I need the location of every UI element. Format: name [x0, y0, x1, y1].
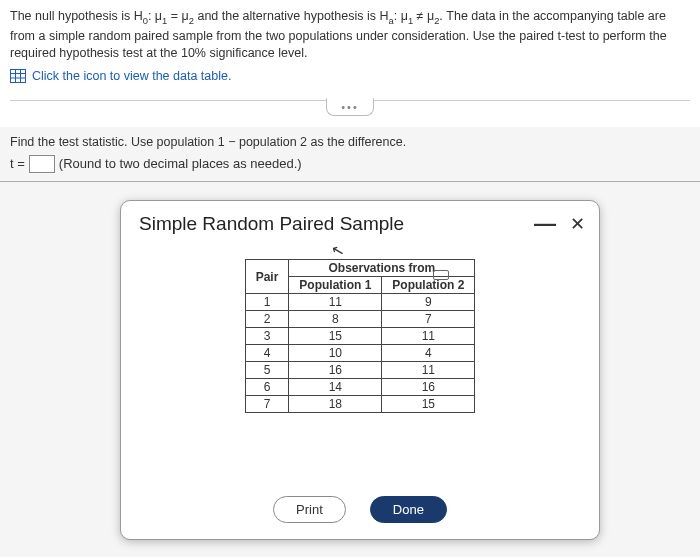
cell: 7	[245, 396, 289, 413]
collapse-toggle[interactable]: •••	[326, 98, 374, 116]
table-row: 287	[245, 311, 475, 328]
answer-prefix: t =	[10, 156, 25, 171]
cell: 18	[289, 396, 382, 413]
cell: 8	[289, 311, 382, 328]
cell: 10	[289, 345, 382, 362]
text: and the alternative hypothesis is H	[194, 9, 389, 23]
cell: 4	[245, 345, 289, 362]
modal-footer: Print Done	[121, 496, 599, 523]
table-body: 1119 287 31511 4104 51611 61416 71815	[245, 294, 475, 413]
col-pair: Pair	[245, 260, 289, 294]
answer-row: t = (Round to two decimal places as need…	[0, 153, 700, 182]
table-icon	[10, 69, 26, 83]
cell: 16	[289, 362, 382, 379]
cell: 15	[382, 396, 475, 413]
col-pop2: Population 2	[382, 277, 475, 294]
cell: 11	[382, 328, 475, 345]
cell: 16	[382, 379, 475, 396]
text: = μ	[167, 9, 188, 23]
text: The null hypothesis is H	[10, 9, 143, 23]
cell: 11	[289, 294, 382, 311]
table-row: 61416	[245, 379, 475, 396]
export-icon[interactable]	[433, 270, 449, 280]
data-table-modal: Simple Random Paired Sample — ✕ ↖ Pair O…	[120, 200, 600, 540]
cell: 14	[289, 379, 382, 396]
cell: 5	[245, 362, 289, 379]
cell: 4	[382, 345, 475, 362]
cell: 7	[382, 311, 475, 328]
modal-body: Pair Observations from Population 1 Popu…	[121, 241, 599, 413]
cell: 3	[245, 328, 289, 345]
svg-rect-0	[11, 69, 26, 82]
cell: 9	[382, 294, 475, 311]
col-pop1: Population 1	[289, 277, 382, 294]
print-button[interactable]: Print	[273, 496, 346, 523]
cell: 2	[245, 311, 289, 328]
view-data-table-link[interactable]: Click the icon to view the data table.	[10, 69, 231, 83]
paired-sample-table: Pair Observations from Population 1 Popu…	[245, 259, 476, 413]
text: : μ	[394, 9, 408, 23]
question-prompt: Find the test statistic. Use population …	[0, 127, 700, 153]
table-row: 1119	[245, 294, 475, 311]
done-button[interactable]: Done	[370, 496, 447, 523]
cell: 6	[245, 379, 289, 396]
cell: 1	[245, 294, 289, 311]
close-button[interactable]: ✕	[570, 217, 585, 231]
table-row: 31511	[245, 328, 475, 345]
cell: 15	[289, 328, 382, 345]
text: : μ	[148, 9, 162, 23]
table-row: 71815	[245, 396, 475, 413]
minimize-button[interactable]: —	[534, 219, 556, 229]
problem-statement: The null hypothesis is H0: μ1 = μ2 and t…	[10, 8, 690, 63]
modal-title: Simple Random Paired Sample	[139, 213, 404, 235]
table-row: 51611	[245, 362, 475, 379]
text: ≠ μ	[413, 9, 434, 23]
modal-header: Simple Random Paired Sample — ✕	[121, 201, 599, 241]
view-data-label: Click the icon to view the data table.	[32, 69, 231, 83]
t-statistic-input[interactable]	[29, 155, 55, 173]
cell: 11	[382, 362, 475, 379]
problem-header: The null hypothesis is H0: μ1 = μ2 and t…	[0, 0, 700, 127]
table-row: 4104	[245, 345, 475, 362]
answer-hint: (Round to two decimal places as needed.)	[59, 156, 302, 171]
